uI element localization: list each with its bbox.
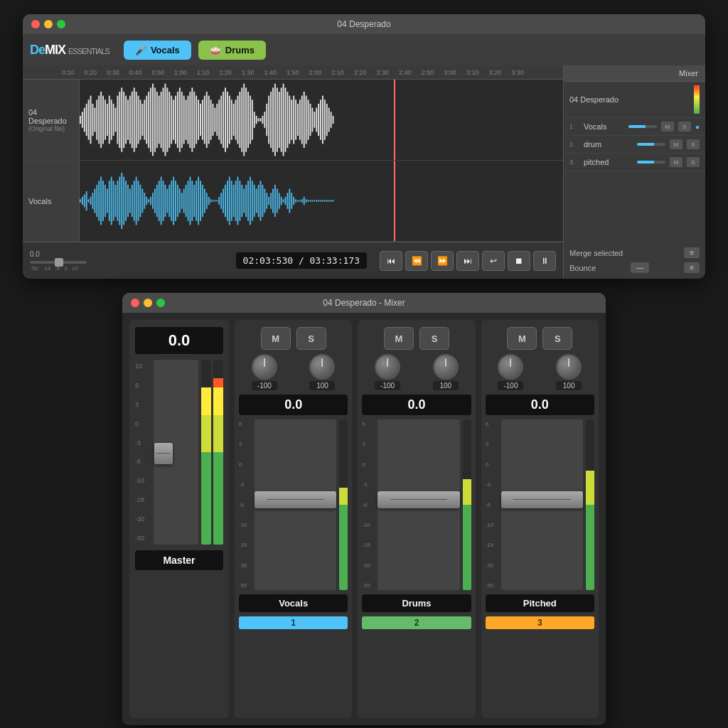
drum-mini-fader[interactable] — [637, 143, 665, 146]
pitched-pan-right-knob[interactable] — [556, 354, 582, 380]
stop-button[interactable]: ⏹ — [508, 251, 530, 271]
svg-rect-101 — [287, 92, 288, 148]
svg-rect-240 — [320, 200, 321, 201]
svg-rect-97 — [279, 92, 280, 148]
vocals-pan-left-knob[interactable] — [252, 354, 277, 380]
svg-rect-210 — [258, 185, 259, 217]
svg-rect-107 — [299, 100, 301, 140]
svg-rect-106 — [297, 104, 299, 136]
maximize-button[interactable] — [57, 20, 65, 28]
svg-rect-140 — [113, 181, 114, 221]
drum-solo-btn[interactable]: S — [687, 139, 700, 149]
mic-icon: 🎤 — [135, 45, 146, 55]
svg-rect-231 — [301, 199, 303, 203]
svg-rect-74 — [231, 100, 232, 140]
merge-button[interactable]: ≡ — [684, 247, 700, 258]
drum-mute-btn[interactable]: M — [670, 139, 682, 149]
svg-rect-215 — [268, 197, 269, 205]
bounce-options-button[interactable]: ≡ — [684, 262, 700, 273]
skip-back-button[interactable]: ⏮ — [380, 251, 402, 271]
svg-rect-192 — [220, 193, 222, 209]
track-waveform-vocals[interactable] — [80, 161, 563, 241]
svg-rect-89 — [262, 116, 263, 124]
master-vu-left — [201, 360, 211, 545]
svg-rect-39 — [159, 96, 160, 144]
main-toolbar: DeMIX ESSENTIALS 🎤 Vocals 🥁 Drums — [23, 34, 705, 65]
svg-rect-245 — [331, 200, 332, 201]
vocals-fader-handle[interactable] — [255, 491, 336, 508]
vocals-record-icon: ● — [695, 123, 700, 131]
drums-fader-handle[interactable] — [378, 491, 459, 508]
pitched-fader-handle[interactable] — [501, 491, 583, 508]
vocals-pan-right-knob[interactable] — [309, 354, 335, 380]
drums-fader-track[interactable] — [378, 419, 459, 590]
bounce-button[interactable]: — — [631, 262, 649, 273]
master-fader-track[interactable] — [154, 360, 198, 545]
svg-rect-152 — [138, 181, 139, 221]
svg-rect-12 — [102, 96, 104, 144]
volume-slider[interactable] — [30, 261, 87, 264]
vocals-tab[interactable]: 🎤 Vocals — [124, 41, 191, 60]
pitched-ms-row: M S — [507, 327, 572, 350]
drums-solo-button[interactable]: S — [419, 327, 449, 350]
svg-rect-211 — [260, 181, 262, 221]
pitched-volume-display: 0.0 — [486, 395, 594, 415]
mixer-body: 0.0 10 6 3 0 -3 -6 -10 -18 -30 -50 — [122, 313, 606, 725]
svg-rect-242 — [324, 200, 326, 201]
master-fader-handle[interactable] — [154, 443, 173, 464]
pitched-solo-btn[interactable]: S — [687, 157, 700, 167]
svg-rect-203 — [243, 189, 245, 213]
loop-button[interactable]: ↩ — [482, 251, 505, 271]
drums-pan-left-knob[interactable] — [375, 354, 400, 380]
pause-button[interactable]: ⏸ — [533, 251, 556, 271]
svg-rect-52 — [186, 100, 187, 140]
pitched-mute-button[interactable]: M — [507, 327, 537, 350]
vocals-solo-btn[interactable]: S — [678, 122, 691, 132]
mixer-minimize-button[interactable] — [144, 299, 152, 307]
mixer-maximize-button[interactable] — [156, 299, 165, 307]
mixer-close-button[interactable] — [131, 299, 139, 307]
svg-rect-213 — [264, 189, 265, 213]
fast-forward-button[interactable]: ⏩ — [431, 251, 454, 271]
svg-rect-3 — [84, 108, 85, 132]
minimize-button[interactable] — [44, 20, 53, 28]
svg-rect-6 — [90, 96, 92, 144]
pitched-solo-button[interactable]: S — [542, 327, 572, 350]
track-waveform-original[interactable]: // Generated inline waveform bars — [80, 80, 563, 160]
pitched-mute-btn[interactable]: M — [670, 157, 682, 167]
svg-rect-81 — [245, 87, 247, 151]
svg-rect-129 — [90, 197, 92, 205]
track-row-original: 04 Desperado (Original file) // — [23, 80, 563, 161]
svg-rect-159 — [152, 193, 154, 209]
vocals-mute-button[interactable]: M — [261, 327, 291, 350]
skip-forward-button[interactable]: ⏭ — [456, 251, 479, 271]
vocals-solo-button[interactable]: S — [296, 327, 326, 350]
svg-rect-199 — [235, 181, 237, 221]
volume-slider-thumb[interactable] — [55, 258, 63, 267]
svg-rect-139 — [111, 177, 112, 225]
master-vu-indicator — [694, 85, 700, 114]
drums-fader-area: 6 3 0 -3 -6 -10 -18 -30 -50 — [362, 419, 471, 590]
svg-rect-82 — [247, 92, 249, 148]
vocals-mini-fader[interactable] — [628, 125, 657, 128]
svg-rect-230 — [299, 200, 301, 201]
svg-rect-179 — [193, 185, 195, 217]
rewind-button[interactable]: ⏪ — [405, 251, 428, 271]
svg-rect-17 — [113, 104, 114, 136]
drums-mute-button[interactable]: M — [384, 327, 414, 350]
vocals-mute-btn[interactable]: M — [661, 122, 674, 132]
vocals-channel-label: Vocals — [239, 594, 348, 612]
drums-pan-right-knob[interactable] — [433, 354, 459, 380]
svg-rect-147 — [127, 185, 129, 217]
drums-tab[interactable]: 🥁 Drums — [198, 41, 266, 60]
pitched-mini-fader[interactable] — [637, 161, 665, 164]
pitched-pan-left-knob[interactable] — [498, 354, 523, 380]
vocals-fader-track[interactable] — [255, 419, 336, 590]
svg-rect-212 — [262, 185, 263, 217]
pitched-fader-track[interactable] — [501, 419, 583, 590]
svg-rect-2 — [82, 112, 83, 128]
svg-rect-108 — [301, 96, 303, 144]
svg-rect-190 — [216, 200, 218, 201]
svg-rect-120 — [326, 104, 328, 136]
close-button[interactable] — [31, 20, 40, 28]
